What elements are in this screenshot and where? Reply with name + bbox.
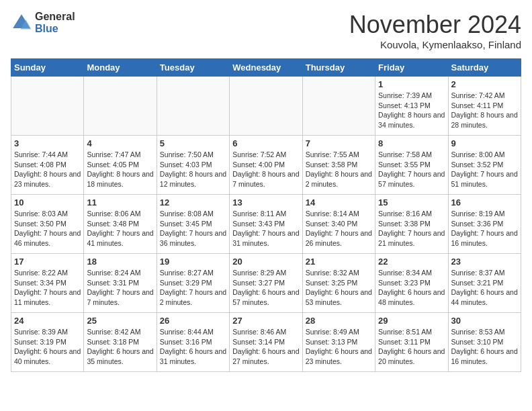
day-number: 23 bbox=[451, 257, 518, 267]
calendar-cell: 13Sunrise: 8:11 AMSunset: 3:43 PMDayligh… bbox=[230, 195, 302, 254]
day-info: Sunrise: 8:11 AMSunset: 3:43 PMDaylight:… bbox=[232, 209, 299, 248]
calendar-cell: 30Sunrise: 8:53 AMSunset: 3:10 PMDayligh… bbox=[448, 313, 521, 372]
calendar-table: SundayMondayTuesdayWednesdayThursdayFrid… bbox=[11, 58, 521, 372]
day-number: 18 bbox=[87, 257, 153, 267]
day-number: 21 bbox=[306, 257, 372, 267]
calendar-cell bbox=[84, 77, 157, 136]
title-block: November 2024 Kouvola, Kymenlaakso, Finl… bbox=[349, 11, 521, 50]
logo-general-text: General bbox=[35, 11, 75, 23]
weekday-header-tuesday: Tuesday bbox=[157, 59, 229, 77]
day-info: Sunrise: 7:52 AMSunset: 4:00 PMDaylight:… bbox=[232, 150, 299, 189]
day-number: 8 bbox=[378, 138, 445, 148]
day-number: 4 bbox=[87, 138, 153, 148]
weekday-header-row: SundayMondayTuesdayWednesdayThursdayFrid… bbox=[11, 59, 521, 77]
calendar-cell: 16Sunrise: 8:19 AMSunset: 3:36 PMDayligh… bbox=[448, 195, 521, 254]
calendar-cell: 11Sunrise: 8:06 AMSunset: 3:48 PMDayligh… bbox=[84, 195, 157, 254]
day-info: Sunrise: 8:34 AMSunset: 3:23 PMDaylight:… bbox=[378, 268, 445, 308]
day-number: 13 bbox=[232, 197, 299, 208]
calendar-cell: 5Sunrise: 7:50 AMSunset: 4:03 PMDaylight… bbox=[157, 136, 229, 195]
day-info: Sunrise: 8:27 AMSunset: 3:29 PMDaylight:… bbox=[160, 268, 226, 308]
calendar-cell: 27Sunrise: 8:46 AMSunset: 3:14 PMDayligh… bbox=[230, 313, 302, 372]
day-info: Sunrise: 8:32 AMSunset: 3:25 PMDaylight:… bbox=[306, 268, 372, 308]
month-title: November 2024 bbox=[349, 11, 521, 39]
logo: General Blue bbox=[11, 11, 75, 34]
day-number: 10 bbox=[14, 197, 81, 208]
day-number: 26 bbox=[160, 316, 226, 326]
day-info: Sunrise: 7:55 AMSunset: 3:58 PMDaylight:… bbox=[306, 150, 372, 189]
day-number: 24 bbox=[14, 316, 81, 326]
calendar-week-row-2: 3Sunrise: 7:44 AMSunset: 4:08 PMDaylight… bbox=[11, 136, 521, 195]
day-number: 2 bbox=[451, 79, 518, 89]
day-info: Sunrise: 7:47 AMSunset: 4:05 PMDaylight:… bbox=[87, 150, 153, 189]
day-info: Sunrise: 7:44 AMSunset: 4:08 PMDaylight:… bbox=[14, 150, 81, 189]
day-number: 11 bbox=[87, 197, 153, 208]
calendar-week-row-1: 1Sunrise: 7:39 AMSunset: 4:13 PMDaylight… bbox=[11, 77, 521, 136]
day-number: 22 bbox=[378, 257, 445, 267]
day-info: Sunrise: 7:58 AMSunset: 3:55 PMDaylight:… bbox=[378, 150, 445, 189]
calendar-cell: 19Sunrise: 8:27 AMSunset: 3:29 PMDayligh… bbox=[157, 254, 229, 313]
calendar-cell: 28Sunrise: 8:49 AMSunset: 3:13 PMDayligh… bbox=[302, 313, 375, 372]
calendar-cell: 29Sunrise: 8:51 AMSunset: 3:11 PMDayligh… bbox=[375, 313, 448, 372]
calendar-cell: 10Sunrise: 8:03 AMSunset: 3:50 PMDayligh… bbox=[11, 195, 84, 254]
day-info: Sunrise: 8:14 AMSunset: 3:40 PMDaylight:… bbox=[306, 209, 372, 248]
day-info: Sunrise: 8:37 AMSunset: 3:21 PMDaylight:… bbox=[451, 268, 518, 308]
calendar-cell: 23Sunrise: 8:37 AMSunset: 3:21 PMDayligh… bbox=[448, 254, 521, 313]
calendar-cell: 25Sunrise: 8:42 AMSunset: 3:18 PMDayligh… bbox=[84, 313, 157, 372]
weekday-header-monday: Monday bbox=[84, 59, 157, 77]
calendar-cell: 1Sunrise: 7:39 AMSunset: 4:13 PMDaylight… bbox=[375, 77, 448, 136]
calendar-cell: 22Sunrise: 8:34 AMSunset: 3:23 PMDayligh… bbox=[375, 254, 448, 313]
day-info: Sunrise: 8:24 AMSunset: 3:31 PMDaylight:… bbox=[87, 268, 153, 308]
calendar-cell: 6Sunrise: 7:52 AMSunset: 4:00 PMDaylight… bbox=[230, 136, 302, 195]
day-number: 20 bbox=[232, 257, 299, 267]
day-info: Sunrise: 7:39 AMSunset: 4:13 PMDaylight:… bbox=[378, 91, 445, 130]
day-number: 19 bbox=[160, 257, 226, 267]
weekday-header-wednesday: Wednesday bbox=[230, 59, 302, 77]
day-info: Sunrise: 8:03 AMSunset: 3:50 PMDaylight:… bbox=[14, 209, 81, 248]
day-info: Sunrise: 8:49 AMSunset: 3:13 PMDaylight:… bbox=[306, 327, 372, 367]
calendar-cell bbox=[157, 77, 229, 136]
calendar-cell: 17Sunrise: 8:22 AMSunset: 3:34 PMDayligh… bbox=[11, 254, 84, 313]
day-number: 30 bbox=[451, 316, 518, 326]
calendar-cell: 21Sunrise: 8:32 AMSunset: 3:25 PMDayligh… bbox=[302, 254, 375, 313]
calendar-cell bbox=[302, 77, 375, 136]
day-number: 27 bbox=[232, 316, 299, 326]
day-info: Sunrise: 8:29 AMSunset: 3:27 PMDaylight:… bbox=[232, 268, 299, 308]
calendar-week-row-5: 24Sunrise: 8:39 AMSunset: 3:19 PMDayligh… bbox=[11, 313, 521, 372]
weekday-header-friday: Friday bbox=[375, 59, 448, 77]
day-number: 16 bbox=[451, 197, 518, 208]
day-info: Sunrise: 7:42 AMSunset: 4:11 PMDaylight:… bbox=[451, 91, 518, 130]
calendar-cell: 15Sunrise: 8:16 AMSunset: 3:38 PMDayligh… bbox=[375, 195, 448, 254]
calendar-cell bbox=[11, 77, 84, 136]
day-info: Sunrise: 8:08 AMSunset: 3:45 PMDaylight:… bbox=[160, 209, 226, 248]
calendar-cell bbox=[230, 77, 302, 136]
calendar-cell: 9Sunrise: 8:00 AMSunset: 3:52 PMDaylight… bbox=[448, 136, 521, 195]
day-info: Sunrise: 8:46 AMSunset: 3:14 PMDaylight:… bbox=[232, 327, 299, 367]
logo-text: General Blue bbox=[35, 11, 75, 34]
calendar-cell: 3Sunrise: 7:44 AMSunset: 4:08 PMDaylight… bbox=[11, 136, 84, 195]
calendar-cell: 4Sunrise: 7:47 AMSunset: 4:05 PMDaylight… bbox=[84, 136, 157, 195]
calendar-cell: 24Sunrise: 8:39 AMSunset: 3:19 PMDayligh… bbox=[11, 313, 84, 372]
weekday-header-sunday: Sunday bbox=[11, 59, 84, 77]
calendar-cell: 26Sunrise: 8:44 AMSunset: 3:16 PMDayligh… bbox=[157, 313, 229, 372]
calendar-cell: 8Sunrise: 7:58 AMSunset: 3:55 PMDaylight… bbox=[375, 136, 448, 195]
day-info: Sunrise: 8:06 AMSunset: 3:48 PMDaylight:… bbox=[87, 209, 153, 248]
weekday-header-saturday: Saturday bbox=[448, 59, 521, 77]
day-info: Sunrise: 7:50 AMSunset: 4:03 PMDaylight:… bbox=[160, 150, 226, 189]
day-number: 7 bbox=[306, 138, 372, 148]
day-number: 5 bbox=[160, 138, 226, 148]
logo-blue-text: Blue bbox=[35, 23, 75, 35]
calendar-cell: 12Sunrise: 8:08 AMSunset: 3:45 PMDayligh… bbox=[157, 195, 229, 254]
day-number: 3 bbox=[14, 138, 81, 148]
day-number: 14 bbox=[306, 197, 372, 208]
day-number: 1 bbox=[378, 79, 445, 89]
day-number: 29 bbox=[378, 316, 445, 326]
day-number: 6 bbox=[232, 138, 299, 148]
weekday-header-thursday: Thursday bbox=[302, 59, 375, 77]
calendar-week-row-3: 10Sunrise: 8:03 AMSunset: 3:50 PMDayligh… bbox=[11, 195, 521, 254]
calendar-cell: 7Sunrise: 7:55 AMSunset: 3:58 PMDaylight… bbox=[302, 136, 375, 195]
day-info: Sunrise: 8:22 AMSunset: 3:34 PMDaylight:… bbox=[14, 268, 81, 308]
day-info: Sunrise: 8:16 AMSunset: 3:38 PMDaylight:… bbox=[378, 209, 445, 248]
day-info: Sunrise: 8:42 AMSunset: 3:18 PMDaylight:… bbox=[87, 327, 153, 367]
page-header: General Blue November 2024 Kouvola, Kyme… bbox=[11, 11, 521, 50]
day-info: Sunrise: 8:19 AMSunset: 3:36 PMDaylight:… bbox=[451, 209, 518, 248]
